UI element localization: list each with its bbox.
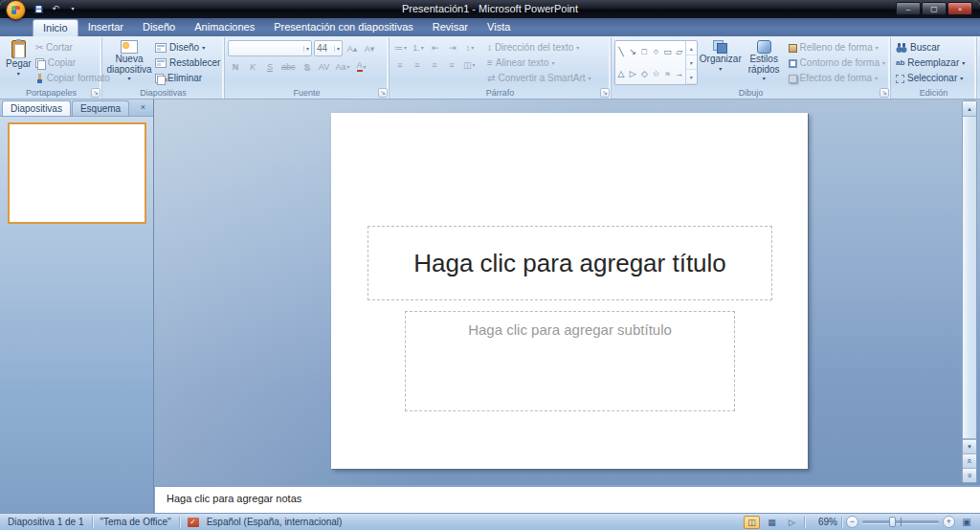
character-spacing-button[interactable]: AV [317,59,332,74]
shape-fill-button[interactable]: Relleno de forma ▾ [787,41,887,55]
find-button[interactable]: Buscar [894,41,967,55]
maximize-button[interactable]: ▢ [922,2,947,15]
title-placeholder[interactable]: Haga clic para agregar título [368,226,772,300]
justify-button[interactable]: ≡ [444,57,459,72]
reset-slide-button[interactable]: Restablecer [153,56,222,70]
bold-button[interactable]: N [228,59,243,74]
shapes-scroll-down-button[interactable]: ▾ [686,55,697,70]
tab-revisar[interactable]: Revisar [423,18,478,36]
vertical-scrollbar[interactable]: ▴ ▾ « « [962,100,977,483]
shape-line-icon[interactable]: ╲ [618,47,623,56]
previous-slide-button[interactable]: « [965,458,974,463]
replace-button[interactable]: ab Reemplazar ▾ [894,56,967,70]
view-slide-sorter-button[interactable]: ▦ [764,516,780,529]
shape-parallelogram-icon[interactable]: ▱ [676,47,682,56]
shapes-scroll-up-button[interactable]: ▴ [686,41,697,55]
select-button[interactable]: Seleccionar ▾ [894,72,967,85]
copy-button[interactable]: Copiar [33,56,112,70]
italic-button[interactable]: K [245,59,260,74]
shape-effects-button[interactable]: Efectos de forma ▾ [787,72,887,85]
office-button[interactable] [6,0,26,20]
panel-close-button[interactable]: × [137,101,149,114]
view-normal-button[interactable]: ◫ [744,516,760,529]
shape-right-triangle-icon[interactable]: ▷ [630,69,636,78]
scrollbar-thumb[interactable] [963,116,976,439]
close-button[interactable]: × [947,2,972,15]
change-case-button[interactable]: Aa ▾ [334,59,352,74]
grow-font-button[interactable]: A▴ [345,41,360,55]
delete-slide-button[interactable]: × Eliminar [153,72,222,85]
minimize-button[interactable]: – [896,2,921,15]
zoom-out-button[interactable]: − [846,516,858,528]
shapes-gallery[interactable]: ╲ ↘ □ ○ ▭ ▱ △ ▷ ◇ ☆ ≈ → ▴ [614,40,698,85]
tab-inicio[interactable]: Inicio [33,19,78,36]
paragraph-group-label: Párrafo [392,87,608,99]
text-shadow-button[interactable]: S [300,59,315,74]
new-slide-button[interactable]: Nueva diapositiva ▾ [105,38,153,83]
align-left-button[interactable]: ≡ [392,57,408,72]
fit-to-window-button[interactable]: ▣ [959,516,974,529]
font-name-select[interactable]: ▾ [228,40,312,56]
shape-curve-icon[interactable]: ≈ [665,69,670,78]
subtitle-placeholder[interactable]: Haga clic para agregar subtítulo [405,311,735,411]
view-slideshow-button[interactable]: ▷ [784,516,800,529]
tab-diseno[interactable]: Diseño [133,18,185,36]
panel-tab-diapositivas[interactable]: Diapositivas [2,100,71,116]
columns-button[interactable]: ◫ ▾ [461,57,478,72]
format-painter-button[interactable]: Copiar formato [33,72,112,85]
shape-oval-icon[interactable]: ○ [654,47,658,56]
bullets-button[interactable]: ≔ ▾ [392,40,409,55]
scroll-down-button[interactable]: ▾ [963,439,976,453]
shape-rounded-rect-icon[interactable]: ▭ [663,47,672,56]
slide-indicator[interactable]: Diapositiva 1 de 1 [0,517,92,527]
align-text-button[interactable]: ≡ Alinear texto ▾ [485,56,593,70]
zoom-slider-thumb[interactable] [889,517,896,527]
zoom-slider[interactable] [862,520,939,523]
tab-presentacion[interactable]: Presentación con diapositivas [264,18,423,36]
align-right-button[interactable]: ≡ [427,57,442,72]
shapes-more-button[interactable]: ▾ [686,70,697,84]
text-direction-button[interactable]: ↕ Dirección del texto ▾ [485,41,593,55]
notes-pane[interactable]: Haga clic para agregar notas [154,485,980,513]
shape-star-icon[interactable]: ☆ [652,69,659,78]
tab-animaciones[interactable]: Animaciones [185,18,264,36]
cut-button[interactable]: ✂ Cortar [33,41,112,55]
increase-indent-button[interactable]: ⇥ [445,40,460,55]
font-color-button[interactable]: A ▾ [354,59,369,74]
zoom-level[interactable]: 69% [809,517,837,527]
drawing-dialog-launcher[interactable]: ↘ [880,88,889,98]
zoom-in-button[interactable]: + [943,516,955,528]
paragraph-dialog-launcher[interactable]: ↘ [600,88,610,98]
tab-insertar[interactable]: Insertar [78,18,133,36]
strikethrough-button[interactable]: abc [279,59,298,74]
paste-button[interactable]: Pegar ▾ [4,38,33,78]
arrange-button[interactable]: Organizar ▾ [698,38,744,74]
align-center-button[interactable]: ≡ [410,57,425,72]
shape-outline-button[interactable]: Contorno de forma ▾ [787,56,887,70]
slide-canvas[interactable]: Haga clic para agregar título Haga clic … [331,113,808,469]
tab-vista[interactable]: Vista [478,18,520,36]
decrease-indent-button[interactable]: ⇤ [428,40,443,55]
line-spacing-button[interactable]: ↕ ▾ [462,40,478,55]
convert-smartart-button[interactable]: ⇄ Convertir a SmartArt ▾ [485,72,593,85]
font-dialog-launcher[interactable]: ↘ [378,88,388,98]
numbering-button[interactable]: 1. ▾ [411,40,426,55]
theme-indicator[interactable]: "Tema de Office" [93,517,179,527]
font-size-select[interactable]: 44 ▾ [314,40,343,56]
shrink-font-button[interactable]: A▾ [362,41,377,55]
shape-diamond-icon[interactable]: ◇ [641,69,648,78]
clipboard-dialog-launcher[interactable]: ↘ [91,88,100,98]
language-indicator[interactable]: Español (España, internacional) [199,517,350,527]
scroll-up-button[interactable]: ▴ [963,101,976,116]
quick-styles-button[interactable]: Estilos rápidos ▾ [744,38,785,83]
next-slide-button[interactable]: « [965,473,974,477]
shape-triangle-icon[interactable]: △ [618,69,625,78]
shape-rectangle-icon[interactable]: □ [642,47,647,56]
shape-arrow-icon[interactable]: ↘ [629,47,636,56]
spellcheck-icon[interactable]: ✓ [188,518,199,527]
panel-tab-esquema[interactable]: Esquema [72,100,129,116]
shape-block-arrow-icon[interactable]: → [675,69,683,78]
slide-thumbnail-1[interactable] [8,122,146,224]
slide-layout-button[interactable]: Diseño ▾ [153,41,222,55]
underline-button[interactable]: S [262,59,278,74]
